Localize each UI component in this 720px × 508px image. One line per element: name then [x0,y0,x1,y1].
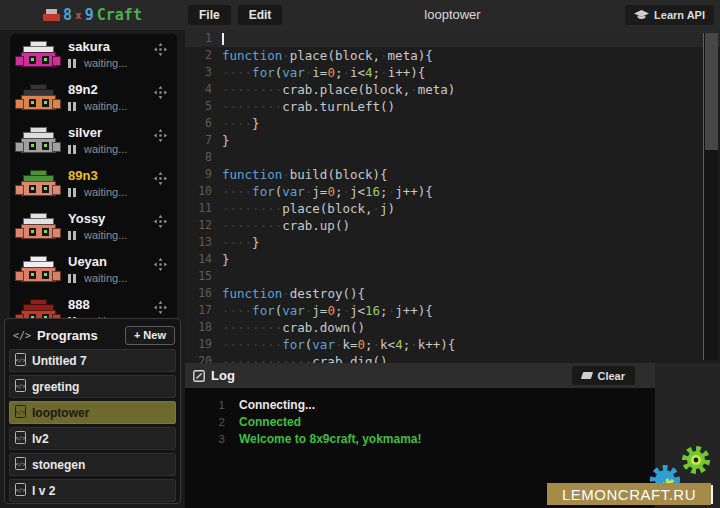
line-number: 2 [185,47,212,64]
pause-icon [73,274,76,283]
code-token: · [342,184,350,199]
file-menu-button[interactable]: File [188,5,231,25]
code-token: var [312,337,335,352]
code-token: · [410,82,418,97]
program-file-icon: </> [15,430,26,448]
code-token: ; [365,337,373,352]
new-program-button[interactable]: + New [125,326,175,345]
line-number: 19 [185,336,212,353]
code-token: 16 [365,303,380,318]
code-token: k< [380,337,395,352]
player-info: sakurawaiting... [68,40,127,69]
code-token: k= [342,337,357,352]
player-status: waiting... [68,57,127,69]
player-item[interactable]: Yossywaiting... [10,206,177,249]
move-player-icon[interactable] [154,171,167,184]
svg-text:</>: </> [16,460,26,466]
program-item-selected[interactable]: </>looptower [9,401,176,424]
player-status-text: waiting... [84,143,127,155]
program-item[interactable]: </>l v 2 [9,479,176,502]
crab-eye [29,56,36,64]
editor-line: 4········crab.place(block,·meta) [185,81,720,98]
code-token: place(block, [290,48,380,63]
program-name: stonegen [32,458,85,472]
clear-log-button[interactable]: Clear [572,366,635,385]
move-player-icon[interactable] [154,300,167,313]
code-token: var [282,184,305,199]
move-player-icon[interactable] [154,85,167,98]
player-item[interactable]: 89n3waiting... [10,163,177,206]
code-token: ········ [222,201,282,216]
code-token: 0 [327,303,335,318]
program-item[interactable]: </>lv2 [9,427,176,450]
watermark-cursor [711,485,713,504]
code-token: j++){ [395,303,433,318]
program-name: greeting [32,380,79,394]
line-code: ····} [222,234,260,251]
log-entry-text: Connecting... [239,397,315,414]
pause-icon [68,102,71,111]
editor-line: 5········crab.turnLeft() [185,98,720,115]
player-item[interactable]: silverwaiting... [10,120,177,163]
code-token: ···· [222,303,252,318]
player-info: 89n2waiting... [68,83,127,112]
move-player-icon[interactable] [154,214,167,227]
code-token: build(block){ [290,167,388,182]
move-player-icon[interactable] [154,257,167,270]
code-token: i++){ [388,65,426,80]
edit-menu-button[interactable]: Edit [238,5,283,25]
line-number: 16 [185,285,212,302]
line-code: function·destroy(){ [222,285,365,302]
editor-scrollbar[interactable] [703,33,718,360]
program-file-icon: </> [15,456,26,474]
program-item[interactable]: </>stonegen [9,453,176,476]
editor-scrollbar-thumb[interactable] [705,33,718,150]
move-player-icon[interactable] [154,128,167,141]
line-number: 12 [185,217,212,234]
code-editor[interactable]: 12function·place(block,·meta){3····for(v… [185,30,720,363]
learn-api-button[interactable]: Learn API [625,5,714,25]
line-code: ····for(var·j=0;·j<16;·j++){ [222,302,433,319]
code-token: meta){ [388,48,433,63]
player-item[interactable]: Ueyanwaiting... [10,249,177,292]
line-number: 4 [185,81,212,98]
program-item[interactable]: </>greeting [9,375,176,398]
player-name: sakura [68,40,127,54]
code-token: function [222,48,282,63]
editor-line: 18········crab.down() [185,319,720,336]
player-name: 89n2 [68,83,127,97]
line-number: 10 [185,183,212,200]
player-status-text: waiting... [84,100,127,112]
player-name: 89n3 [68,169,127,183]
app-logo: 8x9Craft [0,0,185,30]
editor-line: 16function·destroy(){ [185,285,720,302]
code-token: ········ [222,337,282,352]
line-code: ········for(var·k=0;·k<4;·k++){ [222,336,455,353]
line-code: ········crab.place(block,·meta) [222,81,455,98]
player-item[interactable]: 888waiting... [10,292,177,318]
code-token: crab.turnLeft() [282,99,395,114]
pause-icon [73,145,76,154]
player-item[interactable]: 89n2waiting... [10,77,177,120]
code-token: · [380,65,388,80]
player-item[interactable]: sakurawaiting... [10,34,177,77]
program-file-icon: </> [15,378,26,396]
crab-avatar [16,84,60,114]
move-player-icon[interactable] [154,42,167,55]
code-token: place(block, [282,201,372,216]
code-token: ···· [222,184,252,199]
logo-text-craft: Craft [97,6,142,24]
code-token: ; [380,184,388,199]
line-code: ········crab.down() [222,319,365,336]
line-code: function·build(block){ [222,166,388,183]
code-token: · [282,167,290,182]
program-item[interactable]: </>Untitled 7 [9,349,176,372]
code-token: k++){ [418,337,456,352]
player-status: waiting... [68,143,127,155]
code-token: · [342,303,350,318]
code-token: crab.up() [282,218,350,233]
crab-eye [42,142,49,150]
sidebar: sakurawaiting...89n2waiting...silverwait… [0,30,185,508]
crab-eye [42,56,49,64]
code-token: ········ [222,99,282,114]
